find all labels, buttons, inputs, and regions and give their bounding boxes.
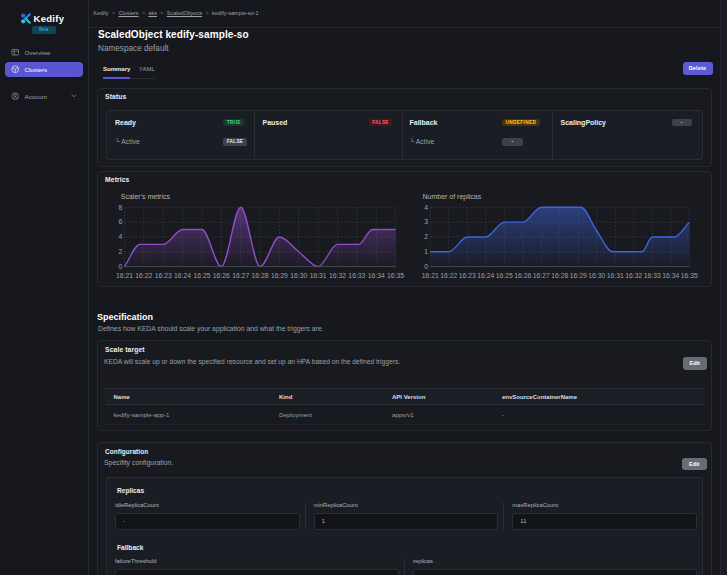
svg-text:16:31: 16:31 [310, 272, 327, 279]
svg-text:16:21: 16:21 [422, 272, 439, 279]
svg-text:16:33: 16:33 [644, 272, 661, 279]
svg-text:3: 3 [424, 218, 428, 225]
svg-text:16:27: 16:27 [533, 272, 550, 279]
svg-text:16:26: 16:26 [213, 272, 230, 279]
svg-text:16:32: 16:32 [625, 272, 642, 279]
svg-text:16:27: 16:27 [232, 272, 249, 279]
svg-text:1: 1 [424, 248, 428, 255]
svg-text:4: 4 [424, 204, 428, 211]
svg-text:16:32: 16:32 [329, 272, 346, 279]
svg-text:16:24: 16:24 [477, 272, 494, 279]
svg-text:16:29: 16:29 [271, 272, 288, 279]
svg-text:16:35: 16:35 [387, 272, 404, 279]
svg-text:16:25: 16:25 [496, 272, 513, 279]
svg-text:8: 8 [119, 204, 123, 211]
svg-text:16:30: 16:30 [290, 272, 307, 279]
svg-text:6: 6 [119, 218, 123, 225]
svg-text:16:28: 16:28 [551, 272, 568, 279]
svg-text:16:35: 16:35 [681, 272, 698, 279]
svg-text:16:23: 16:23 [459, 272, 476, 279]
svg-text:4: 4 [119, 233, 123, 240]
svg-text:16:33: 16:33 [348, 272, 365, 279]
svg-text:16:26: 16:26 [514, 272, 531, 279]
svg-text:16:28: 16:28 [252, 272, 269, 279]
svg-text:16:25: 16:25 [193, 272, 210, 279]
svg-text:16:24: 16:24 [174, 272, 191, 279]
svg-text:16:29: 16:29 [570, 272, 587, 279]
svg-text:16:21: 16:21 [116, 272, 133, 279]
svg-text:16:22: 16:22 [135, 272, 152, 279]
svg-text:16:34: 16:34 [662, 272, 679, 279]
svg-text:0: 0 [119, 263, 123, 270]
svg-text:16:30: 16:30 [588, 272, 605, 279]
svg-text:2: 2 [119, 248, 123, 255]
svg-text:2: 2 [424, 233, 428, 240]
svg-text:16:22: 16:22 [440, 272, 457, 279]
svg-text:16:34: 16:34 [368, 272, 385, 279]
svg-text:16:31: 16:31 [607, 272, 624, 279]
svg-text:16:23: 16:23 [155, 272, 172, 279]
svg-text:0: 0 [424, 263, 428, 270]
